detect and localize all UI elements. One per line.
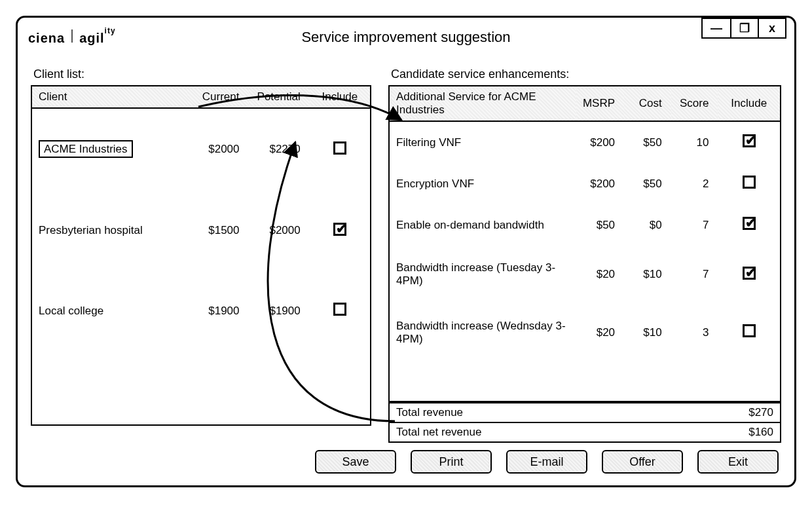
- enhancements-label: Candidate service enhancements:: [391, 67, 781, 81]
- col-potential[interactable]: Potential: [249, 86, 310, 108]
- content-area: Client list: Client Current Potential In…: [28, 54, 784, 443]
- service-msrp: $20: [576, 246, 624, 303]
- service-include-checkbox[interactable]: [743, 267, 756, 280]
- save-button[interactable]: Save: [315, 450, 396, 474]
- client-include-checkbox[interactable]: [333, 223, 346, 236]
- enhancement-row[interactable]: Bandwidth increase (Wednsday 3-4PM)$20$1…: [389, 304, 781, 362]
- app-window: ciena agility Service improvement sugges…: [16, 16, 796, 487]
- client-row[interactable]: Local college$1900$1900: [31, 271, 371, 352]
- service-name: Bandwidth increase (Tuesday 3-4PM): [389, 246, 576, 303]
- brand-divider: [71, 29, 73, 43]
- service-score: 3: [671, 304, 718, 362]
- service-name: Encryption VNF: [389, 164, 576, 205]
- service-name: Enable on-demand bandwidth: [389, 204, 576, 246]
- client-potential: $2270: [249, 108, 310, 191]
- enhancement-row[interactable]: Filtering VNF$200$5010: [389, 121, 781, 164]
- client-name: Presbyterian hospital: [31, 191, 187, 271]
- service-cost: $50: [624, 164, 671, 205]
- offer-button[interactable]: Offer: [602, 450, 683, 474]
- client-list-label: Client list:: [33, 67, 371, 81]
- titlebar: ciena agility Service improvement sugges…: [28, 20, 784, 54]
- client-name: Local college: [31, 271, 187, 352]
- total-revenue-row: Total revenue $270: [390, 402, 780, 422]
- enhancements-table: Additional Service for ACME Industries M…: [388, 85, 781, 402]
- total-net-value: $160: [748, 426, 773, 439]
- close-button[interactable]: x: [758, 19, 785, 37]
- brand-ciena: ciena: [28, 31, 65, 46]
- client-current: $2000: [187, 108, 248, 191]
- col-include-r[interactable]: Include: [718, 86, 781, 121]
- enhancements-panel: Candidate service enhancements: Addition…: [388, 61, 781, 443]
- service-name: Filtering VNF: [389, 121, 576, 164]
- client-include-checkbox[interactable]: [333, 141, 346, 155]
- service-include-checkbox[interactable]: [743, 324, 756, 337]
- service-msrp: $50: [576, 204, 624, 246]
- enhancement-row[interactable]: Enable on-demand bandwidth$50$07: [389, 204, 781, 246]
- service-score: 2: [671, 164, 718, 205]
- window-title: Service improvement suggestion: [28, 29, 784, 46]
- service-cost: $10: [624, 246, 671, 303]
- brand-agility: agility: [79, 30, 115, 46]
- service-include-checkbox[interactable]: [743, 134, 756, 147]
- col-score[interactable]: Score: [671, 86, 718, 121]
- print-button[interactable]: Print: [411, 450, 492, 474]
- total-net-row: Total net revenue $160: [390, 422, 780, 441]
- enhancement-row[interactable]: Bandwidth increase (Tuesday 3-4PM)$20$10…: [389, 246, 781, 303]
- footer-buttons: Save Print E-mail Offer Exit: [315, 450, 779, 474]
- total-revenue-label: Total revenue: [396, 406, 463, 419]
- service-cost: $50: [624, 121, 671, 164]
- service-score: 7: [671, 246, 718, 303]
- client-list-panel: Client list: Client Current Potential In…: [31, 61, 371, 443]
- col-service[interactable]: Additional Service for ACME Industries: [389, 86, 576, 121]
- service-score: 7: [671, 204, 718, 246]
- service-include-checkbox[interactable]: [743, 217, 756, 230]
- total-net-label: Total net revenue: [396, 426, 481, 439]
- client-include-checkbox[interactable]: [333, 303, 346, 316]
- col-msrp[interactable]: MSRP: [576, 86, 624, 121]
- client-table: Client Current Potential Include ACME In…: [31, 85, 371, 426]
- enhancement-row[interactable]: Encryption VNF$200$502: [389, 164, 781, 205]
- client-row[interactable]: Presbyterian hospital$1500$2000: [31, 191, 371, 271]
- col-current[interactable]: Current: [187, 86, 248, 108]
- client-row[interactable]: ACME Industries$2000$2270: [31, 108, 371, 191]
- service-name: Bandwidth increase (Wednsday 3-4PM): [389, 304, 576, 362]
- col-include[interactable]: Include: [310, 86, 371, 108]
- minimize-button[interactable]: —: [703, 19, 730, 37]
- client-potential: $1900: [249, 271, 310, 352]
- total-revenue-value: $270: [748, 406, 773, 419]
- service-score: 10: [671, 121, 718, 164]
- service-msrp: $200: [576, 121, 624, 164]
- service-msrp: $200: [576, 164, 624, 205]
- service-cost: $10: [624, 304, 671, 362]
- col-cost[interactable]: Cost: [624, 86, 671, 121]
- service-cost: $0: [624, 204, 671, 246]
- client-potential: $2000: [249, 191, 310, 271]
- maximize-button[interactable]: ❐: [730, 19, 758, 37]
- brand-logo: ciena agility: [28, 29, 116, 46]
- totals-box: Total revenue $270 Total net revenue $16…: [388, 402, 781, 443]
- client-current: $1500: [187, 191, 248, 271]
- client-current: $1900: [187, 271, 248, 352]
- window-controls: — ❐ x: [701, 18, 786, 39]
- service-include-checkbox[interactable]: [743, 176, 756, 189]
- client-name: ACME Industries: [31, 108, 187, 191]
- service-msrp: $20: [576, 304, 624, 362]
- col-client[interactable]: Client: [31, 86, 187, 108]
- exit-button[interactable]: Exit: [697, 450, 779, 474]
- email-button[interactable]: E-mail: [506, 450, 587, 474]
